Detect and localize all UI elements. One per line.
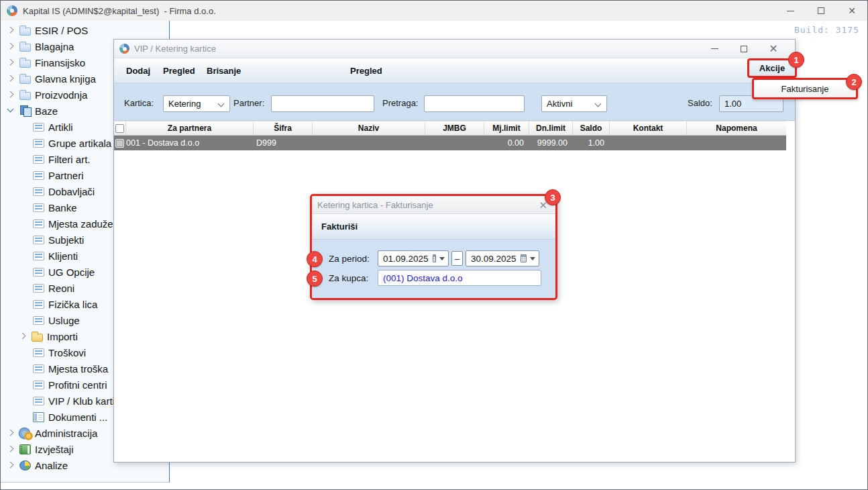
table-icon xyxy=(33,219,44,228)
chevron-right-icon[interactable] xyxy=(6,444,17,454)
za-kupca-label: Za kupca: xyxy=(329,273,368,283)
pregled-button[interactable]: Pregled xyxy=(160,58,198,83)
cards-icon xyxy=(19,105,31,116)
chevron-down-icon xyxy=(596,101,601,107)
annotation-circle-1: 1 xyxy=(788,52,804,68)
table-icon xyxy=(33,252,44,260)
close-icon: ✕ xyxy=(848,6,856,15)
row-checkbox[interactable] xyxy=(115,139,124,148)
cell-naziv xyxy=(313,136,425,150)
folder-icon xyxy=(19,60,31,68)
chevron-right-icon[interactable] xyxy=(6,57,17,68)
select-all-checkbox-cell xyxy=(114,121,126,135)
close-button[interactable]: ✕ xyxy=(759,40,788,58)
folder-icon xyxy=(19,92,31,100)
close-icon: ✕ xyxy=(769,42,777,55)
cell-kontakt xyxy=(610,136,687,150)
kapital-logo-icon xyxy=(119,44,129,54)
dodaj-button[interactable]: Dodaj xyxy=(123,58,153,83)
application-window: Kapital IS (ADMIN$2@kapital_test) - Firm… xyxy=(0,0,868,490)
cell-saldo: 1.00 xyxy=(573,136,610,150)
partner-input[interactable] xyxy=(271,95,374,112)
inner-window-titlebar[interactable]: VIP / Ketering kartice ✕ xyxy=(114,40,795,58)
table-icon xyxy=(33,397,44,405)
menu-item-fakturisanje[interactable]: Fakturisanje xyxy=(752,78,858,99)
dropdown-arrow-icon xyxy=(530,257,535,260)
column-header-sifra[interactable]: Šifra xyxy=(254,121,313,135)
cell-napomena xyxy=(687,136,786,150)
date-from-picker[interactable]: 01.09.2025 xyxy=(378,250,449,266)
kapital-logo-icon xyxy=(7,5,17,16)
chevron-right-icon[interactable] xyxy=(6,89,17,100)
minimize-button[interactable] xyxy=(700,40,729,58)
column-header-saldo[interactable]: Saldo xyxy=(573,121,610,135)
kartica-label: Kartica: xyxy=(124,98,154,108)
main-window-title: Kapital IS (ADMIN$2@kapital_test) - Firm… xyxy=(23,6,216,16)
chevron-right-icon[interactable] xyxy=(6,73,17,84)
annotation-circle-5: 5 xyxy=(307,271,323,287)
maximize-icon xyxy=(741,46,747,52)
table-icon xyxy=(33,268,44,277)
table-icon xyxy=(33,316,44,325)
dialog-toolbar: Fakturiši xyxy=(312,214,555,240)
za-period-label: Za period: xyxy=(329,254,370,264)
chevron-right-icon[interactable] xyxy=(6,25,17,36)
calendar-icon xyxy=(521,254,527,262)
saldo-label: Saldo: xyxy=(688,98,712,108)
annotation-circle-3: 3 xyxy=(545,189,561,205)
chevron-down-icon[interactable] xyxy=(6,105,17,116)
row-checkbox-cell xyxy=(114,136,126,150)
chevron-right-icon[interactable] xyxy=(6,460,17,471)
column-header-mj-limit[interactable]: Mj.limit xyxy=(484,121,529,135)
column-header-dn-limit[interactable]: Dn.limit xyxy=(529,121,573,135)
cell-sifra: D999 xyxy=(254,136,313,150)
date-to-picker[interactable]: 30.09.2025 xyxy=(466,250,539,266)
folder-icon xyxy=(19,44,31,52)
minimize-button[interactable] xyxy=(775,1,806,21)
book-icon xyxy=(19,444,31,454)
column-header-kontakt[interactable]: Kontakt xyxy=(610,121,687,135)
maximize-button[interactable] xyxy=(729,40,759,58)
fakturisi-button[interactable]: Fakturiši xyxy=(321,222,358,232)
kupca-input[interactable]: (001) Dostava d.o.o xyxy=(378,270,541,286)
table-icon xyxy=(33,284,44,293)
pretraga-label: Pretraga: xyxy=(382,98,418,108)
dialog-body: Za period: 01.09.2025 – 30.09.2025 Za ku… xyxy=(312,240,555,298)
table-header: Za partnera Šifra Naziv JMBG Mj.limit Dn… xyxy=(114,121,786,136)
chevron-right-icon[interactable] xyxy=(6,41,17,52)
sidebar-item-esir-pos[interactable]: ESIR / POS xyxy=(1,22,169,38)
column-header-napomena[interactable]: Napomena xyxy=(687,121,786,135)
dialog-title: Ketering kartica - Fakturisanje xyxy=(317,200,433,210)
document-icon xyxy=(33,412,44,422)
dialog-titlebar[interactable]: Ketering kartica - Fakturisanje ✕ xyxy=(312,196,555,214)
chevron-right-icon[interactable] xyxy=(18,331,29,342)
chevron-down-icon xyxy=(219,101,224,107)
column-header-jmbg[interactable]: JMBG xyxy=(425,121,484,135)
column-header-naziv[interactable]: Naziv xyxy=(313,121,425,135)
pie-chart-icon xyxy=(19,460,31,471)
filter-bar: Kartica: Ketering Partner: Pretraga: Akt… xyxy=(114,83,795,121)
calendar-icon xyxy=(433,254,436,262)
table-icon xyxy=(33,203,44,212)
cell-dn-limit: 9999.00 xyxy=(529,136,573,150)
partner-label: Partner: xyxy=(233,98,264,108)
table-icon xyxy=(33,139,44,148)
folder-yellow-icon xyxy=(32,334,43,342)
close-button[interactable]: ✕ xyxy=(836,1,867,21)
status-select[interactable]: Aktivni xyxy=(541,95,607,112)
table-icon xyxy=(33,364,44,373)
table-icon xyxy=(33,171,44,180)
column-header-za-partnera[interactable]: Za partnera xyxy=(126,121,254,135)
minimize-icon xyxy=(787,11,794,11)
cell-jmbg xyxy=(425,136,484,150)
brisanje-button[interactable]: Brisanje xyxy=(204,58,243,83)
table-row[interactable]: 001 - Dostava d.o.o D999 0.00 9999.00 1.… xyxy=(114,136,786,150)
kartica-select[interactable]: Ketering xyxy=(163,95,230,112)
pregled-button-2[interactable]: Pregled xyxy=(347,58,385,83)
folder-icon xyxy=(19,76,31,84)
pretraga-input[interactable] xyxy=(424,95,525,112)
table-icon xyxy=(33,348,44,357)
chevron-right-icon[interactable] xyxy=(6,428,17,438)
maximize-button[interactable] xyxy=(806,1,836,21)
select-all-checkbox[interactable] xyxy=(115,124,124,133)
